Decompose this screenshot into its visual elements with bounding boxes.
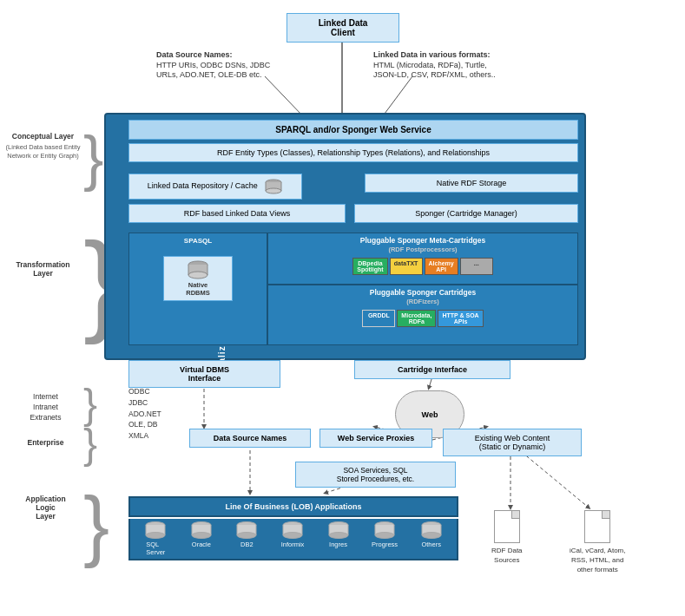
ical-doc-icon	[584, 510, 610, 543]
pluggable-meta-label: Pluggable Sponger Meta-Cartridges (RDF P…	[268, 233, 577, 256]
lob-box: Line Of Business (LOB) Applications	[128, 496, 458, 517]
svg-point-22	[188, 272, 207, 279]
virtual-dbms-box: Virtual DBMSInterface	[128, 360, 280, 388]
internet-brace: }	[83, 383, 97, 425]
native-rdbms-label: NativeRDBMS	[171, 281, 225, 297]
cylinder-icon	[264, 179, 283, 194]
internet-label: InternetIntranetExtranets	[4, 392, 87, 423]
grddl-plugin: GRDDL	[362, 310, 395, 327]
pluggable-cartridges-box: Pluggable Sponger Cartridges (RDFizers) …	[267, 285, 578, 345]
svg-point-27	[146, 533, 165, 539]
http-soa-plugin: HTTP & SOAAPIs	[438, 310, 483, 327]
sponger-box: Sponger (Cartridge Manager)	[354, 204, 578, 223]
conceptual-layer-sublabel: (Linked Data based EntityNetwork or Enti…	[2, 143, 84, 161]
alchemy-plugin: AlchemyAPI	[425, 258, 458, 275]
microdata-plugin: Microdata,RDFa	[397, 310, 436, 327]
svg-point-42	[283, 533, 302, 539]
svg-point-57	[422, 533, 441, 539]
odbc-list: ODBC JDBC ADO.NET OLE, DB XMLA	[128, 386, 161, 442]
pluggable-cartridges-label: Pluggable Sponger Cartridges (RDFizers)	[268, 285, 577, 308]
rdf-data-sources-container: RDF DataSources	[491, 510, 523, 565]
enterprise-brace: }	[83, 423, 97, 465]
svg-point-17	[266, 188, 281, 193]
sql-server-icon	[143, 521, 168, 541]
rdf-entity-box: RDF Entity Types (Classes), Relationship…	[128, 143, 578, 162]
conceptual-layer-label: Conceptual Layer	[2, 132, 84, 141]
svg-line-4	[382, 76, 412, 117]
cartridge-interface-box: Cartridge Interface	[354, 360, 510, 379]
diagram-container: Conceptual Layer (Linked Data based Enti…	[0, 0, 685, 616]
pluggable-meta-box: Pluggable Sponger Meta-Cartridges (RDF P…	[267, 233, 578, 285]
db-sql-server: SQLServer	[143, 521, 168, 556]
cartridge-plugin-row: GRDDL Microdata,RDFa HTTP & SOAAPIs	[268, 308, 577, 329]
svg-line-3	[265, 76, 304, 117]
rdf-data-sources-label: RDF DataSources	[491, 546, 523, 565]
existing-web-content-box: Existing Web Content(Static or Dynamic)	[443, 429, 582, 456]
spasql-label: SPASQL	[184, 237, 212, 245]
linked-data-client-box: Linked DataClient	[287, 13, 399, 43]
linked-data-formats-label: Linked Data in various formats: HTML (Mi…	[373, 50, 512, 81]
db-ingres: Ingres	[326, 521, 351, 556]
rdf-linked-views-box: RDF based Linked Data Views	[128, 204, 346, 223]
db-progress: Progress	[372, 521, 398, 556]
informix-icon	[280, 521, 305, 541]
conceptual-brace: }	[83, 128, 103, 188]
db-others: Others	[419, 521, 444, 556]
others-icon	[419, 521, 444, 541]
app-logic-label: ApplicationLogicLayer	[4, 495, 87, 521]
spasql-section: SPASQL NativeRDBMS	[128, 233, 267, 345]
linked-data-repo-box: Linked Data Repository / Cache	[128, 174, 302, 200]
svg-point-47	[329, 533, 348, 539]
more-plugins: ...	[460, 258, 493, 275]
db-oracle: Oracle	[189, 521, 214, 556]
app-logic-brace: }	[83, 486, 109, 564]
ical-formats-container: iCal, vCard, Atom,RSS, HTML, andother fo…	[570, 510, 625, 575]
db2-icon	[234, 521, 259, 541]
svg-point-52	[375, 533, 394, 539]
oracle-icon	[189, 521, 214, 541]
transformation-layer-label: TransformationLayer	[2, 260, 84, 278]
ingres-icon	[326, 521, 351, 541]
rdbms-cylinder-icon	[186, 260, 210, 279]
data-source-names-box: Data Source Names	[189, 429, 311, 448]
web-service-proxies-box: Web Service Proxies	[319, 429, 432, 448]
linked-data-client-label: Linked DataClient	[319, 18, 368, 37]
ical-formats-label: iCal, vCard, Atom,RSS, HTML, andother fo…	[570, 546, 625, 575]
enterprise-label: Enterprise	[4, 438, 87, 447]
datatxt-plugin: dataTXT	[390, 258, 423, 275]
sparql-box: SPARQL and/or Sponger Web Service	[128, 120, 578, 140]
svg-point-37	[237, 533, 256, 539]
db-db2: DB2	[234, 521, 259, 556]
progress-icon	[372, 521, 397, 541]
svg-point-32	[192, 533, 211, 539]
db-icons-row: SQLServer Oracle DB2	[128, 519, 458, 560]
dbpedia-plugin: DBpediaSpotlight	[352, 258, 387, 275]
rdf-doc-icon	[494, 510, 520, 543]
db-informix: Informix	[280, 521, 305, 556]
native-rdbms-box: NativeRDBMS	[163, 256, 233, 301]
data-source-names-top-label: Data Source Names: HTTP URIs, ODBC DSNs,…	[156, 50, 287, 81]
soa-services-box: SOA Services, SQLStored Procedures, etc.	[295, 462, 456, 488]
native-rdf-box: Native RDF Storage	[365, 174, 578, 193]
meta-plugin-row: DBpediaSpotlight dataTXT AlchemyAPI ...	[268, 256, 577, 277]
